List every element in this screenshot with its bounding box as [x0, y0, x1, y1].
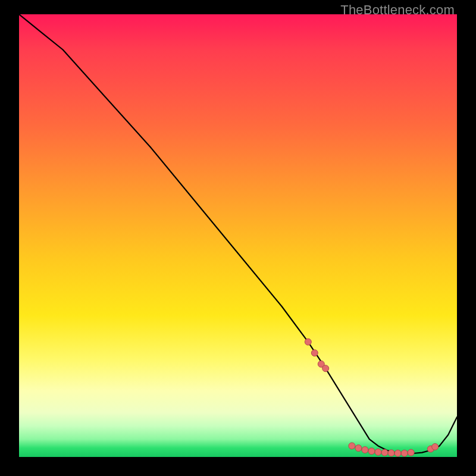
marker-dot [322, 365, 329, 372]
marker-dot [432, 443, 439, 450]
marker-dot [408, 449, 414, 456]
marker-dot [355, 445, 362, 452]
chart-overlay [19, 14, 457, 457]
marker-dot [349, 443, 355, 449]
bottleneck-curve [19, 14, 457, 453]
marker-dot [305, 339, 311, 345]
plot-area [19, 14, 457, 457]
marker-dot [311, 350, 318, 356]
marker-dot [394, 450, 401, 456]
marker-dot [368, 448, 375, 455]
marker-dot [388, 450, 394, 456]
marker-dot [381, 449, 388, 456]
marker-dot [375, 449, 381, 455]
chart-stage: TheBottleneck.com [0, 0, 476, 476]
marker-dot [362, 447, 368, 453]
marker-dot [401, 450, 408, 456]
scatter-markers [305, 339, 438, 456]
